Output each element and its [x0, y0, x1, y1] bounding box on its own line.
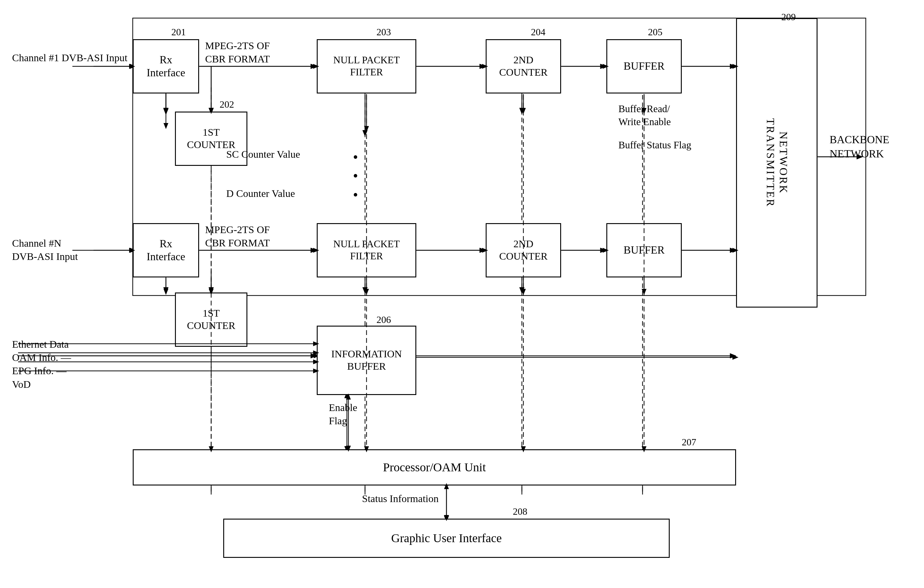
channeln-label: Channel #NDVB-ASI Input: [12, 237, 78, 263]
svg-marker-38: [363, 287, 368, 293]
ref-208: 208: [513, 506, 527, 517]
ref-206: 206: [376, 314, 391, 325]
svg-marker-28: [311, 248, 317, 253]
sc-counter-label: SC Counter Value: [226, 148, 300, 161]
svg-marker-66: [733, 355, 739, 360]
buffer-1-box: BUFFER: [606, 39, 682, 94]
svg-marker-96: [364, 126, 369, 132]
ref-209: 209: [781, 12, 796, 23]
d-counter-label: D Counter Value: [226, 187, 295, 200]
buffer-n-box: BUFFER: [606, 223, 682, 277]
ethernet-label: Ethernet DataOAM Info. —EPG Info. —VoD: [12, 338, 71, 391]
svg-marker-116: [364, 289, 369, 295]
gui-box: Graphic User Interface: [223, 519, 670, 558]
svg-marker-118: [521, 289, 526, 295]
ref-203: 203: [376, 26, 391, 38]
svg-marker-120: [642, 289, 647, 295]
dots-label: •••: [353, 148, 360, 204]
svg-marker-112: [163, 289, 168, 295]
info-buffer-box: INFORMATIONBUFFER: [317, 326, 416, 395]
svg-marker-34: [730, 248, 736, 253]
counter-2nd-1-box: 2NDCOUNTER: [486, 39, 561, 94]
processor-box: Processor/OAM Unit: [133, 449, 736, 486]
svg-marker-40: [163, 287, 168, 293]
ref-202: 202: [219, 99, 234, 110]
backbone-label: BACKBONENETWORK: [830, 133, 889, 161]
counter-2nd-n-box: 2NDCOUNTER: [486, 223, 561, 277]
svg-marker-32: [600, 248, 606, 253]
svg-marker-98: [521, 108, 526, 114]
svg-marker-12: [163, 109, 168, 115]
svg-marker-46: [730, 353, 736, 358]
enable-flag-label: EnableFlag: [329, 401, 357, 428]
mpeg-cbr-1-label: MPEG-2TS OFCBR FORMAT: [205, 39, 270, 66]
ref-205: 205: [648, 26, 662, 38]
svg-marker-30: [480, 248, 486, 253]
svg-marker-18: [163, 108, 168, 114]
buffer-status-label: Buffer Status Flag: [619, 139, 691, 152]
null-filter-1-box: NULL PACKETFILTER: [317, 39, 416, 94]
svg-marker-44: [311, 353, 317, 358]
svg-marker-4: [311, 64, 317, 69]
ref-201: 201: [172, 26, 186, 38]
svg-marker-92: [163, 123, 168, 129]
network-transmitter-box: NETWORKTRANSMITTER: [736, 18, 817, 308]
diagram: Channel #1 DVB-ASI Input RxInterface 201…: [0, 0, 924, 588]
counter-1st-n-box: 1STCOUNTER: [175, 293, 248, 347]
svg-marker-6: [480, 64, 486, 69]
svg-marker-42: [520, 287, 524, 293]
ref-204: 204: [531, 26, 545, 38]
rx-interface-n-box: RxInterface: [133, 223, 199, 277]
channel1-label: Channel #1 DVB-ASI Input: [12, 51, 127, 64]
null-filter-n-box: NULL PACKETFILTER: [317, 223, 416, 277]
rx-interface-1-box: RxInterface: [133, 39, 199, 94]
svg-marker-8: [600, 64, 606, 69]
ref-207: 207: [682, 436, 696, 448]
buffer-rw-label: Buffer Read/Write Enable: [619, 102, 671, 128]
status-info-label: Status Information: [362, 492, 439, 506]
svg-marker-22: [363, 130, 368, 136]
svg-marker-24: [520, 108, 524, 114]
mpeg-cbr-n-label: MPEG-2TS OFCBR FORMAT: [205, 223, 270, 250]
svg-marker-10: [730, 64, 736, 69]
